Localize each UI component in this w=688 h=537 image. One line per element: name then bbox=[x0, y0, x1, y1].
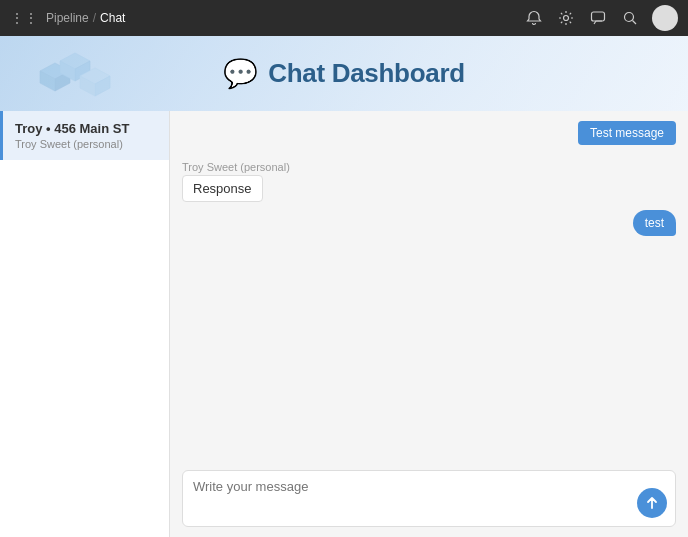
search-icon[interactable] bbox=[620, 8, 640, 28]
message-input[interactable] bbox=[193, 479, 631, 515]
breadcrumb: Pipeline / Chat bbox=[46, 11, 125, 25]
main-content: Troy • 456 Main ST Troy Sweet (personal)… bbox=[0, 111, 688, 537]
svg-point-0 bbox=[564, 16, 569, 21]
test-message-button[interactable]: Test message bbox=[578, 121, 676, 145]
contact-item[interactable]: Troy • 456 Main ST Troy Sweet (personal) bbox=[0, 111, 169, 160]
nav-right bbox=[524, 5, 678, 31]
send-button[interactable] bbox=[637, 488, 667, 518]
decorative-graphic bbox=[20, 41, 140, 106]
response-bubble[interactable]: Response bbox=[182, 175, 263, 202]
header-title: 💬 Chat Dashboard bbox=[223, 57, 465, 90]
outgoing-message: test bbox=[633, 210, 676, 236]
chat-header-bar: Test message bbox=[170, 111, 688, 153]
chat-dashboard-icon: 💬 bbox=[223, 57, 258, 90]
bell-icon[interactable] bbox=[524, 8, 544, 28]
chat-icon[interactable] bbox=[588, 8, 608, 28]
settings-icon[interactable] bbox=[556, 8, 576, 28]
outgoing-message-text: test bbox=[645, 216, 664, 230]
grid-icon[interactable]: ⋮⋮ bbox=[10, 10, 38, 26]
breadcrumb-pipeline[interactable]: Pipeline bbox=[46, 11, 89, 25]
svg-point-2 bbox=[625, 13, 634, 22]
header-banner: 💬 Chat Dashboard bbox=[0, 36, 688, 111]
contact-sub: Troy Sweet (personal) bbox=[15, 138, 157, 150]
chat-area: Test message Troy Sweet (personal) Respo… bbox=[170, 111, 688, 537]
message-input-area bbox=[170, 462, 688, 537]
contact-name: Troy • 456 Main ST bbox=[15, 121, 157, 136]
messages-area: Troy Sweet (personal) Response test bbox=[170, 153, 688, 462]
message-input-wrapper bbox=[182, 470, 676, 527]
svg-rect-1 bbox=[592, 12, 605, 21]
breadcrumb-separator: / bbox=[93, 11, 96, 25]
page-title: Chat Dashboard bbox=[268, 58, 465, 89]
breadcrumb-current: Chat bbox=[100, 11, 125, 25]
user-avatar[interactable] bbox=[652, 5, 678, 31]
message-sender-label: Troy Sweet (personal) bbox=[182, 161, 676, 173]
svg-line-3 bbox=[633, 21, 637, 25]
incoming-message-group: Troy Sweet (personal) Response bbox=[182, 161, 676, 202]
top-nav: ⋮⋮ Pipeline / Chat bbox=[0, 0, 688, 36]
sidebar: Troy • 456 Main ST Troy Sweet (personal) bbox=[0, 111, 170, 537]
nav-left: ⋮⋮ Pipeline / Chat bbox=[10, 10, 125, 26]
